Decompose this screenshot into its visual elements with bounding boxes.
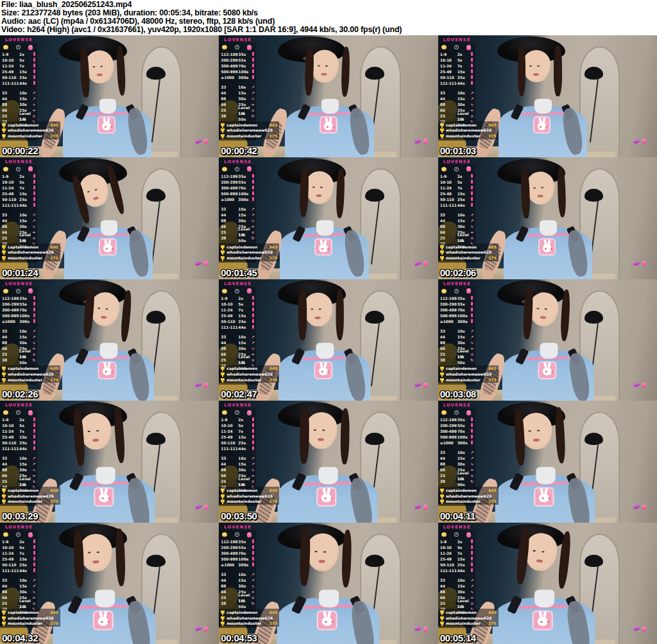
video-frame: 112-19935s200-29955s300-49970s500-999100… (438, 279, 657, 401)
tip-duration: 30s (19, 340, 31, 345)
trophy-icon (2, 500, 6, 503)
top-tipper-row: mountainduster275 (221, 620, 277, 626)
tip-menu-row: 112-19935s (2, 295, 37, 301)
toy-level-icon (250, 446, 255, 451)
toy-level-icon (31, 185, 37, 191)
tipper-score: 275 (50, 621, 58, 625)
top-tippers-panel: captaindemon645whodisheremeow626mountain… (0, 487, 60, 505)
eyes (533, 187, 536, 189)
tip-duration: 10s (457, 449, 470, 455)
vibration-pattern-icon: ∿ (31, 101, 37, 107)
tip-amount: 66 (2, 229, 19, 235)
tip-amount: 25 (440, 113, 457, 119)
tip-amount: 33 (440, 449, 457, 455)
vibration-pattern-icon: ∿ (250, 218, 255, 223)
tip-duration: 15-50s (457, 476, 470, 487)
tip-duration: 15-50s (238, 232, 250, 243)
tip-menu-row: 3310s↗ (2, 328, 37, 334)
person (48, 401, 161, 523)
tipper-name: mountainduster (8, 134, 42, 138)
clock-icon (16, 410, 21, 415)
tipper-score: 275 (269, 621, 278, 625)
tip-amount: 44 (440, 583, 457, 589)
tip-duration: 100s (457, 434, 470, 440)
toy-status-icons (633, 627, 646, 632)
clock-icon (16, 167, 21, 171)
eyes (318, 65, 320, 66)
tip-amount: 112-199 (440, 295, 457, 301)
toy-level-bar (471, 174, 473, 178)
tip-menu-row: 3815-50s↻ (440, 357, 475, 363)
tip-menu-rows: 1-92s10-105s11-247s25-4915s50-11025s111-… (221, 295, 256, 369)
tip-menu-row: 10-105s (440, 544, 475, 550)
frame-timestamp: 00:00:42 (221, 145, 257, 156)
tip-duration: 10s (457, 328, 470, 334)
tipper-name: whodisheremeow626 (226, 372, 273, 376)
tip-amount: 10-10 (2, 57, 19, 63)
toy-level-icon (250, 173, 255, 179)
eyes (311, 309, 313, 310)
top-tipper-row: captaindemon645 (221, 366, 277, 372)
tip-menu-row: 111-11144s (440, 202, 475, 208)
tip-duration: 300s (457, 318, 470, 324)
toy-level-icon (31, 295, 37, 301)
tip-menu-row: 3310s↗ (2, 90, 37, 96)
tip-amount: 88 (221, 218, 238, 223)
toy-icon (247, 532, 252, 537)
tip-duration: 70s (238, 550, 250, 556)
tip-duration: 7s (238, 307, 250, 313)
tip-duration: 7s (457, 550, 470, 556)
lips (533, 73, 539, 76)
toy-level-icon (31, 417, 37, 422)
lush-toy-icon (633, 383, 640, 388)
webcam-scene: 112-19935s200-29955s300-49970s500-999100… (219, 35, 438, 157)
person (279, 40, 380, 157)
toy-level-icon (31, 568, 37, 573)
top-tipper-row: whodisheremeow626 (221, 371, 277, 377)
toy-status-icons (195, 139, 208, 144)
tip-duration: 10s (238, 334, 250, 340)
tip-menu-row: 8830s∿ (221, 218, 256, 223)
lush-toy-icon (195, 627, 202, 632)
tip-menu-row: ≥1000300s (440, 318, 475, 324)
vibration-pattern-icon: × (470, 473, 475, 478)
tip-duration: 300s (238, 196, 250, 202)
eyes (314, 551, 318, 552)
head (55, 279, 165, 360)
webcam-scene: 112-19935s200-29955s300-49970s500-999100… (219, 523, 438, 644)
tip-duration: 15s (457, 69, 470, 74)
toy-level-bar (252, 417, 254, 421)
tip-menu-header (440, 288, 475, 295)
video-frame: 112-19935s200-29955s300-49970s500-999100… (219, 35, 438, 157)
vibration-pattern-icon: ≈ (31, 595, 37, 600)
tip-menu-header (221, 288, 256, 295)
frame-timestamp: 00:04:32 (2, 632, 38, 643)
toy-status-icons (633, 505, 646, 510)
tip-amount: ≥1000 (221, 196, 238, 202)
person (273, 283, 377, 401)
tip-amount: 10-10 (2, 422, 19, 428)
tipper-score: 645 (488, 610, 497, 614)
tipper-name: whodisheremeow626 (8, 128, 54, 132)
toy-level-icon (31, 69, 37, 74)
tip-duration: 7s (19, 428, 31, 434)
webcam-scene: 1-92s10-105s11-247s25-4915s50-11025s111-… (438, 35, 657, 157)
toy-level-bar (471, 203, 473, 207)
lips (318, 439, 324, 442)
tip-amount: 10-10 (440, 544, 457, 550)
tipper-name: captaindemon (8, 245, 38, 249)
vibration-pattern-icon: ↗ (470, 334, 475, 340)
tip-menu-row: 4415s↗ (221, 577, 256, 583)
top-tippers-panel: captaindemon645whodisheremeow626mountain… (0, 243, 60, 261)
vibration-pattern-icon: ≈ (250, 351, 255, 357)
tip-amount: 33 (440, 577, 457, 583)
top-tipper-row: whodisheremeow626 (440, 128, 497, 134)
trophy-icon (221, 123, 225, 126)
coin-icon (3, 167, 8, 171)
webcam-scene: 1-92s10-105s11-247s25-4915s50-11025s111-… (0, 401, 219, 523)
frame-timestamp: 00:05:14 (440, 632, 476, 643)
tip-amount: 25-49 (221, 313, 238, 318)
tip-amount: 66 (221, 473, 238, 478)
tip-amount: 33 (221, 206, 238, 212)
tip-amount: 300-499 (2, 307, 19, 313)
